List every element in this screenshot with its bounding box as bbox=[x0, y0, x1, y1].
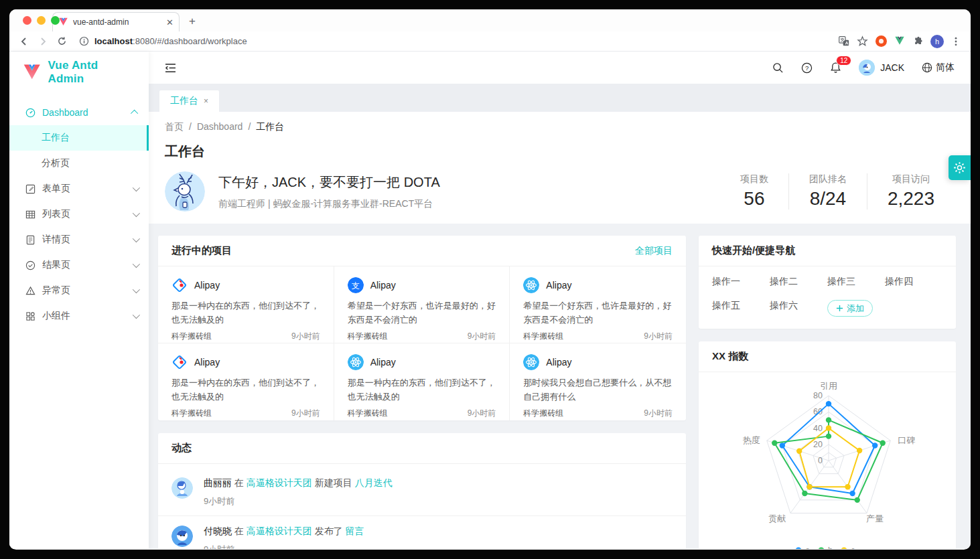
globe-icon bbox=[922, 62, 932, 73]
close-window-button[interactable] bbox=[23, 16, 31, 25]
chevron-up-icon bbox=[131, 110, 138, 117]
sidebar-item-analysis[interactable]: 分析页 bbox=[9, 151, 149, 176]
notification-badge: 12 bbox=[836, 56, 851, 66]
breadcrumb-dashboard[interactable]: Dashboard bbox=[197, 121, 243, 133]
activity-user[interactable]: 付晓晓 bbox=[204, 526, 232, 536]
quicknav-link-2[interactable]: 操作二 bbox=[770, 276, 827, 288]
browser-tab[interactable]: vue-antd-admin ✕ bbox=[52, 12, 180, 31]
page-tabs-bar: 工作台 × bbox=[149, 84, 971, 112]
sidebar: Vue Antd Admin Dashboard 工作台 分析页 表单页 bbox=[9, 52, 149, 549]
svg-text:a: a bbox=[805, 545, 811, 549]
activity-panel: 动态 曲丽丽 在 高逼格设计天团 新建项目 bbox=[158, 433, 686, 549]
all-projects-link[interactable]: 全部项目 bbox=[635, 245, 673, 257]
settings-drawer-button[interactable] bbox=[949, 155, 971, 180]
profile-icon bbox=[25, 235, 36, 245]
extension-orange-icon[interactable] bbox=[873, 33, 889, 50]
quicknav-link-4[interactable]: 操作四 bbox=[885, 276, 942, 288]
maximize-window-button[interactable] bbox=[51, 16, 60, 25]
search-icon[interactable] bbox=[772, 62, 784, 74]
project-card[interactable]: Alipay 那是一种内在的东西，他们到达不了，也无法触及的 科学搬砖组9小时前 bbox=[158, 266, 334, 343]
svg-text:口碑: 口碑 bbox=[898, 435, 915, 445]
svg-text:引用: 引用 bbox=[820, 381, 837, 391]
user-menu[interactable]: JACK bbox=[859, 60, 904, 76]
activity-message-link[interactable]: 留言 bbox=[346, 526, 364, 536]
site-info-icon[interactable] bbox=[79, 36, 89, 46]
table-icon bbox=[25, 210, 36, 220]
svg-text:b: b bbox=[828, 545, 833, 549]
sidebar-menu: Dashboard 工作台 分析页 表单页 列表页 bbox=[9, 89, 149, 329]
sidebar-item-workplace[interactable]: 工作台 bbox=[9, 125, 149, 151]
project-group-link[interactable]: 科学搬砖组 bbox=[348, 331, 388, 342]
project-card[interactable]: 支 Alipay 希望是一个好东西，也许是最好的，好东西是不会消亡的 科学搬砖组… bbox=[334, 266, 510, 343]
language-switcher[interactable]: 简体 bbox=[922, 62, 955, 74]
activity-avatar bbox=[171, 477, 193, 499]
sidebar-item-widgets[interactable]: 小组件 bbox=[9, 303, 149, 329]
sidebar-item-results[interactable]: 结果页 bbox=[9, 252, 149, 278]
form-icon bbox=[25, 184, 36, 194]
breadcrumb-home[interactable]: 首页 bbox=[165, 121, 184, 133]
new-tab-button[interactable]: + bbox=[189, 15, 196, 31]
minimize-window-button[interactable] bbox=[37, 16, 46, 25]
tab-close-icon[interactable]: × bbox=[204, 96, 208, 106]
url-host: localhost bbox=[94, 36, 133, 46]
project-card[interactable]: Alipay 那时候我只会想自己想要什么，从不想自己拥有什么 科学搬砖组9小时前 bbox=[510, 343, 686, 420]
quicknav-link-3[interactable]: 操作三 bbox=[827, 276, 885, 288]
translate-icon[interactable] bbox=[835, 33, 851, 50]
quicknav-link-6[interactable]: 操作六 bbox=[770, 300, 827, 317]
svg-text:80: 80 bbox=[813, 391, 823, 400]
forward-icon[interactable] bbox=[35, 33, 51, 50]
appstore-icon bbox=[25, 311, 36, 321]
browser-profile-avatar[interactable]: h bbox=[929, 33, 945, 50]
sidebar-item-dashboard[interactable]: Dashboard bbox=[9, 100, 149, 125]
svg-text:产量: 产量 bbox=[866, 513, 884, 524]
dashboard-icon bbox=[25, 108, 36, 118]
quicknav-link-5[interactable]: 操作五 bbox=[712, 300, 770, 317]
activity-project-link[interactable]: 八月迭代 bbox=[355, 477, 393, 488]
add-quicknav-button[interactable]: 添加 bbox=[827, 300, 873, 317]
chevron-down-icon bbox=[133, 184, 140, 191]
reload-icon[interactable] bbox=[54, 33, 70, 50]
project-group-link[interactable]: 科学搬砖组 bbox=[171, 331, 212, 342]
browser-menu-icon[interactable] bbox=[948, 33, 964, 50]
sidebar-item-forms[interactable]: 表单页 bbox=[9, 176, 149, 202]
project-card[interactable]: Alipay 那是一种内在的东西，他们到达不了，也无法触及的 科学搬砖组9小时前 bbox=[158, 343, 334, 420]
project-card[interactable]: Alipay 那是一种内在的东西，他们到达不了，也无法触及的 科学搬砖组9小时前 bbox=[334, 343, 510, 420]
chevron-down-icon bbox=[133, 210, 140, 217]
notification-bell-icon[interactable]: 12 bbox=[830, 62, 841, 74]
activity-team-link[interactable]: 高逼格设计天团 bbox=[247, 526, 312, 536]
extensions-puzzle-icon[interactable] bbox=[910, 33, 926, 50]
app-logo[interactable]: Vue Antd Admin bbox=[9, 56, 149, 89]
back-icon[interactable] bbox=[16, 33, 32, 50]
projects-panel: 进行中的项目 全部项目 Alipay 那是一种内在的东西，他们到达不了，也无法触… bbox=[158, 236, 686, 420]
quicknav-link-1[interactable]: 操作一 bbox=[712, 276, 770, 288]
svg-text:60: 60 bbox=[813, 407, 823, 416]
app-title: Vue Antd Admin bbox=[48, 59, 135, 86]
project-group-link[interactable]: 科学搬砖组 bbox=[523, 408, 563, 419]
tab-title: vue-antd-admin bbox=[73, 17, 161, 27]
sidebar-item-lists[interactable]: 列表页 bbox=[9, 202, 149, 227]
project-group-link[interactable]: 科学搬砖组 bbox=[348, 408, 388, 419]
sidebar-item-exception[interactable]: 异常页 bbox=[9, 278, 149, 303]
activity-team-link[interactable]: 高逼格设计天团 bbox=[247, 477, 312, 488]
user-name: JACK bbox=[880, 62, 904, 73]
sidebar-collapse-icon[interactable] bbox=[165, 63, 176, 73]
language-label: 简体 bbox=[936, 62, 955, 74]
activity-time: 9小时前 bbox=[204, 495, 393, 507]
window-controls bbox=[23, 16, 60, 25]
quicknav-title: 快速开始/便捷导航 bbox=[712, 244, 795, 257]
help-icon[interactable]: ? bbox=[801, 62, 813, 74]
sidebar-item-details[interactable]: 详情页 bbox=[9, 227, 149, 252]
project-group-link[interactable]: 科学搬砖组 bbox=[523, 331, 563, 342]
activity-user[interactable]: 曲丽丽 bbox=[204, 477, 232, 488]
project-card[interactable]: Alipay 希望是一个好东西，也许是最好的，好东西是不会消亡的 科学搬砖组9小… bbox=[510, 266, 686, 343]
project-group-link[interactable]: 科学搬砖组 bbox=[171, 408, 212, 419]
greeting-text: 下午好，JACK，要不要打一把 DOTA bbox=[218, 173, 440, 191]
vue-devtools-icon[interactable] bbox=[892, 33, 908, 50]
alipay-icon: 支 bbox=[348, 277, 364, 293]
bookmark-star-icon[interactable] bbox=[854, 33, 870, 50]
tab-close-icon[interactable]: ✕ bbox=[166, 18, 173, 27]
react-icon bbox=[348, 354, 364, 370]
tab-workplace[interactable]: 工作台 × bbox=[159, 90, 219, 112]
svg-text:20: 20 bbox=[813, 440, 823, 449]
address-bar[interactable]: localhost:8080/#/dashboard/workplace bbox=[72, 36, 833, 46]
